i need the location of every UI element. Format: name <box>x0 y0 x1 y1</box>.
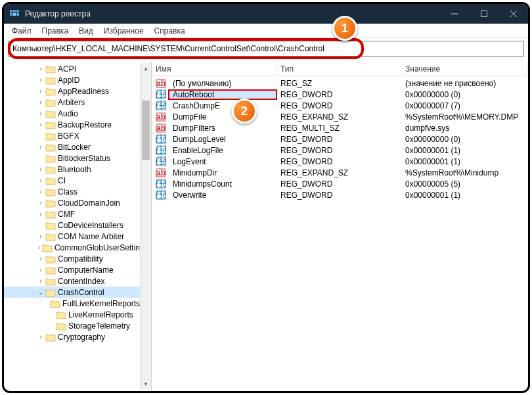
list-row[interactable]: 011110MinidumpsCountREG_DWORD0x00000005 … <box>152 178 528 189</box>
scroll-thumb[interactable] <box>142 101 150 160</box>
value-name: Overwrite <box>169 191 277 200</box>
tree-item-bgfx[interactable]: BGFX <box>4 130 140 141</box>
binary-value-icon: 011110 <box>156 101 166 111</box>
list-row[interactable]: 011110EnableLogFileREG_DWORD0x00000001 (… <box>152 145 528 156</box>
address-input[interactable] <box>8 41 524 57</box>
menu-favorites[interactable]: Избранное <box>99 25 149 37</box>
folder-icon <box>45 87 56 96</box>
expander-icon[interactable]: ⌄ <box>37 289 45 296</box>
folder-icon <box>45 221 56 230</box>
list-row[interactable]: 011110LogEventREG_DWORD0x00000001 (1) <box>152 156 528 167</box>
expander-icon[interactable]: › <box>37 277 45 285</box>
expander-icon[interactable]: › <box>37 166 45 173</box>
tree-item-bitlocker[interactable]: ›BitLocker <box>4 141 140 152</box>
tree-item-class[interactable]: ›Class <box>4 186 140 197</box>
tree-pane[interactable]: ›ACPI›AppID›AppReadiness›Arbiters›Audio›… <box>4 62 152 391</box>
tree-item-label: CoDeviceInstallers <box>58 221 123 230</box>
expander-icon[interactable]: › <box>37 188 45 195</box>
menu-edit[interactable]: Правка <box>37 25 74 37</box>
expander-icon[interactable]: › <box>37 266 45 273</box>
value-name: (По умолчанию) <box>169 79 277 88</box>
list-row[interactable]: 011110AutoRebootREG_DWORD0x00000000 (0) <box>152 89 528 100</box>
tree-item-com-name-arbiter[interactable]: ›COM Name Arbiter <box>4 231 140 242</box>
menu-help[interactable]: Справка <box>149 25 190 37</box>
tree-item-appid[interactable]: ›AppID <box>4 74 140 85</box>
annotation-badge-1: 1 <box>332 16 357 41</box>
col-header-name[interactable]: Имя <box>152 62 277 76</box>
value-data: 0x00000001 (1) <box>401 146 528 155</box>
titlebar[interactable]: Редактор реестра <box>4 4 528 24</box>
tree-item-storagetelemetry[interactable]: StorageTelemetry <box>4 320 140 331</box>
expander-icon[interactable]: › <box>37 65 45 72</box>
col-header-data[interactable]: Значение <box>401 62 528 76</box>
tree-item-contentindex[interactable]: ›ContentIndex <box>4 275 140 287</box>
expander-icon[interactable]: › <box>37 76 45 83</box>
svg-rect-1 <box>10 13 12 16</box>
expander-icon[interactable]: › <box>37 121 45 128</box>
expander-icon[interactable]: › <box>37 255 45 262</box>
tree-item-bitlockerstatus[interactable]: BitlockerStatus <box>4 152 140 164</box>
scroll-up-button[interactable]: ▲ <box>141 63 151 74</box>
value-type: REG_DWORD <box>277 179 401 189</box>
expander-icon[interactable]: › <box>37 199 45 206</box>
expander-icon[interactable]: › <box>37 233 45 240</box>
tree-item-audio[interactable]: ›Audio <box>4 108 140 119</box>
expander-icon[interactable]: › <box>37 110 45 117</box>
list-row[interactable]: 011110DumpLogLevelREG_DWORD0x00000000 (0… <box>152 133 528 145</box>
tree-item-backuprestore[interactable]: ›BackupRestore <box>4 119 140 130</box>
tree-item-commonglobusersettin[interactable]: ›CommonGlobUserSettin <box>4 242 140 253</box>
scroll-track[interactable] <box>141 74 151 379</box>
tree-item-codeviceinstallers[interactable]: CoDeviceInstallers <box>4 220 140 231</box>
tree-item-arbiters[interactable]: ›Arbiters <box>4 97 140 108</box>
value-data: %SystemRoot%\MEMORY.DMP <box>401 112 528 122</box>
tree-item-livekernelreports[interactable]: LiveKernelReports <box>4 309 140 320</box>
value-data: dumpfve.sys <box>401 124 528 133</box>
expander-icon[interactable]: › <box>37 244 41 251</box>
list-row[interactable]: abDumpFiltersREG_MULTI_SZdumpfve.sys <box>152 122 528 133</box>
expander-icon[interactable]: › <box>37 87 45 95</box>
maximize-button[interactable] <box>469 4 499 24</box>
string-value-icon: ab <box>156 112 166 122</box>
list-row[interactable]: abMinidumpDirREG_EXPAND_SZ%SystemRoot%\M… <box>152 167 528 178</box>
value-type: REG_EXPAND_SZ <box>277 168 401 177</box>
expander-icon[interactable]: › <box>37 210 45 218</box>
scroll-down-button[interactable]: ▼ <box>141 379 151 390</box>
list-row[interactable]: 011110OverwriteREG_DWORD0x00000001 (1) <box>152 189 528 200</box>
list-body[interactable]: ab(По умолчанию)REG_SZ(значение не присв… <box>152 76 528 202</box>
binary-value-icon: 011110 <box>156 190 166 200</box>
menu-file[interactable]: Файл <box>7 25 37 37</box>
addressbar-container <box>4 38 528 62</box>
col-header-type[interactable]: Тип <box>277 62 401 76</box>
tree-scrollbar[interactable]: ▲ ▼ <box>140 63 151 390</box>
minimize-button[interactable] <box>439 4 469 24</box>
tree-item-appreadiness[interactable]: ›AppReadiness <box>4 85 140 97</box>
tree-item-computername[interactable]: ›ComputerName <box>4 264 140 275</box>
tree-item-label: ComputerName <box>58 266 114 275</box>
tree-item-bluetooth[interactable]: ›Bluetooth <box>4 164 140 175</box>
expander-icon[interactable]: › <box>37 143 45 151</box>
close-button[interactable] <box>499 4 528 24</box>
tree-item-ci[interactable]: ›CI <box>4 175 140 186</box>
string-value-icon: ab <box>156 123 166 133</box>
tree-item-fulllivekernelreports[interactable]: FullLiveKernelReports <box>4 298 140 309</box>
value-data: (значение не присвоено) <box>401 79 528 88</box>
tree-item-acpi[interactable]: ›ACPI <box>4 63 140 74</box>
tree-item-cryptography[interactable]: ›Cryptography <box>4 331 140 342</box>
tree-item-crashcontrol[interactable]: ⌄CrashControl <box>4 287 140 298</box>
folder-icon <box>45 288 56 297</box>
list-row[interactable]: ab(По умолчанию)REG_SZ(значение не присв… <box>152 78 528 89</box>
value-data: 0x00000001 (1) <box>401 157 528 166</box>
menu-view[interactable]: Вид <box>74 25 99 37</box>
list-row[interactable]: abDumpFileREG_EXPAND_SZ%SystemRoot%\MEMO… <box>152 111 528 122</box>
list-row[interactable]: 011110CrashDumpEREG_DWORD0x00000007 (7) <box>152 100 528 111</box>
tree-item-label: CMF <box>58 210 75 219</box>
tree-item-cmf[interactable]: ›CMF <box>4 208 140 220</box>
tree-item-compatibility[interactable]: ›Compatibility <box>4 253 140 264</box>
expander-icon[interactable]: › <box>37 177 45 184</box>
tree-item-clouddomainjoin[interactable]: ›CloudDomainJoin <box>4 197 140 208</box>
expander-icon[interactable]: › <box>37 99 45 106</box>
expander-icon[interactable]: › <box>37 333 45 340</box>
tree-item-label: Audio <box>58 109 78 118</box>
annotation-badge-2: 2 <box>232 99 257 124</box>
window-frame: Редактор реестра Файл Правка Вид Избранн… <box>2 2 530 393</box>
